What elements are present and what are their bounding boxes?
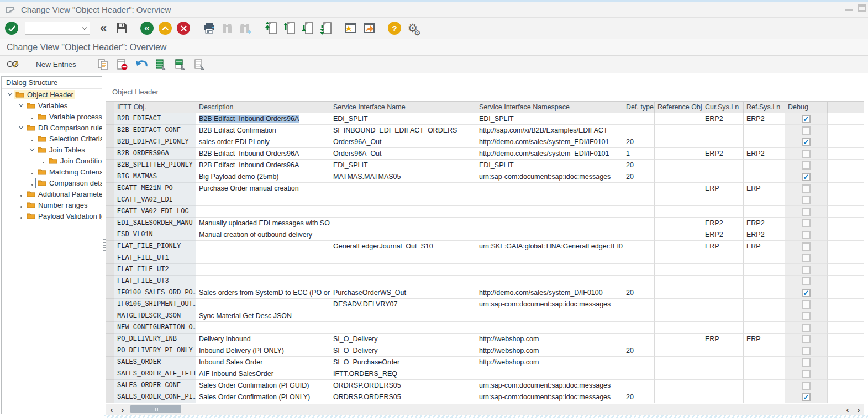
cell-desc[interactable]: AIF Inbound SalesOrder <box>196 368 330 380</box>
cell-desc[interactable]: Sales Order Confirmation (PI GUID) <box>196 380 330 391</box>
cell-def_type[interactable] <box>623 264 655 276</box>
cell-ref_obj[interactable] <box>655 194 702 206</box>
cell-ref_obj[interactable] <box>655 264 702 276</box>
cell-si_name[interactable]: ORDRSP.ORDERS05 <box>330 380 476 391</box>
enter-button[interactable] <box>4 21 19 35</box>
checkbox-unchecked-icon[interactable] <box>802 184 811 193</box>
column-header[interactable]: Debug <box>785 101 828 113</box>
cell-obj[interactable]: ECATT_VA02_EDI <box>114 194 196 206</box>
cell-ref[interactable] <box>744 194 785 206</box>
cell-def_type[interactable] <box>623 229 655 241</box>
cell-cur[interactable] <box>702 380 744 391</box>
cell-desc[interactable]: B2B Edifact Inbound Orders96A <box>196 113 330 125</box>
cell-ref_obj[interactable] <box>655 380 702 391</box>
help-button[interactable]: ? <box>387 21 402 35</box>
cell-desc[interactable] <box>196 206 330 218</box>
checkbox-unchecked-icon[interactable] <box>802 347 811 355</box>
cell-si_name[interactable]: Orders96A_Out <box>330 148 476 160</box>
cell-desc[interactable]: Sales orders from SystemD to ECC (PO onl… <box>196 287 330 299</box>
cell-ref[interactable]: ERP <box>744 183 785 194</box>
debug-checkbox[interactable] <box>785 148 828 160</box>
debug-checkbox[interactable] <box>785 310 828 322</box>
debug-checkbox[interactable] <box>785 183 828 194</box>
cell-obj[interactable]: ESD_VL01N <box>114 229 196 241</box>
cell-ref_obj[interactable] <box>655 148 702 160</box>
debug-checkbox[interactable] <box>785 229 828 241</box>
cell-ref[interactable]: ERP2 <box>744 113 785 125</box>
cell-cur[interactable] <box>702 368 744 380</box>
row-selector[interactable] <box>106 183 114 194</box>
cell-si_name[interactable]: SI_O_Delivery <box>330 345 476 357</box>
cell-si_ns[interactable]: urn:SKF:GAIA:global:TINA:GeneralLedger:I… <box>476 241 623 252</box>
next-page-button[interactable] <box>300 21 314 35</box>
cell-ref[interactable] <box>744 380 785 391</box>
cell-def_type[interactable] <box>623 183 655 194</box>
cell-desc[interactable]: Big Payload demo (25mb) <box>196 171 330 183</box>
debug-checkbox[interactable] <box>785 380 828 391</box>
cell-obj[interactable]: NEW_CONFIGURATION_O… <box>114 322 196 334</box>
cell-ref[interactable] <box>744 276 785 287</box>
checkbox-checked-icon[interactable]: ✓ <box>802 138 811 146</box>
cell-def_type[interactable]: 1 <box>623 148 655 160</box>
cell-def_type[interactable] <box>623 241 655 252</box>
cell-obj[interactable]: ECATT_ME21N_PO <box>114 183 196 194</box>
tree-item[interactable]: Payload Validation Ig <box>2 210 102 221</box>
cell-def_type[interactable]: 20 <box>623 287 655 299</box>
cell-si_name[interactable]: SI_O_PurchaseOrder <box>330 357 476 368</box>
cell-cur[interactable] <box>702 276 744 287</box>
cell-ref[interactable] <box>744 345 785 357</box>
cell-ref_obj[interactable] <box>655 171 702 183</box>
minimize-button[interactable] <box>845 4 853 11</box>
splitter-grip-icon[interactable] <box>103 239 106 253</box>
cell-si_name[interactable] <box>330 194 476 206</box>
debug-checkbox[interactable]: ✓ <box>785 287 828 299</box>
exit-button[interactable] <box>158 21 172 35</box>
cell-si_ns[interactable]: http://webshop.com <box>476 345 623 357</box>
cell-obj[interactable]: IF0100_SALES_ORD_PO… <box>114 287 196 299</box>
row-selector[interactable] <box>106 276 114 287</box>
cancel-button[interactable] <box>176 21 191 35</box>
cell-obj[interactable]: ECATT_VA02_EDI_LOC <box>114 206 196 218</box>
cell-ref[interactable] <box>744 391 785 403</box>
cell-desc[interactable] <box>196 264 330 276</box>
cell-ref[interactable] <box>744 264 785 276</box>
cell-si_ns[interactable]: http://sap.com/xi/B2B/Examples/EDIFACT <box>476 125 623 136</box>
cell-cur[interactable] <box>702 252 744 264</box>
cell-si_name[interactable]: EDI_SPLIT <box>330 113 476 125</box>
cell-desc[interactable]: Sales Order Confirmation (PI ONLY) <box>196 391 330 403</box>
cell-obj[interactable]: FLAT_FILE_PIONLY <box>114 241 196 252</box>
row-selector[interactable] <box>106 171 114 183</box>
row-selector[interactable] <box>106 241 114 252</box>
checkbox-unchecked-icon[interactable] <box>802 231 811 239</box>
cell-obj[interactable]: SALES_ORDER_CONF_PI… <box>114 391 196 403</box>
cell-def_type[interactable] <box>623 380 655 391</box>
cell-obj[interactable]: B2B_EDIFACT_CONF <box>114 125 196 136</box>
cell-ref_obj[interactable] <box>655 287 702 299</box>
cell-obj[interactable]: SALES_ORDER_CONF <box>114 380 196 391</box>
cell-ref_obj[interactable] <box>655 345 702 357</box>
column-header[interactable]: Def. type <box>623 101 655 113</box>
column-header[interactable]: Cur.Sys.Ln <box>702 101 744 113</box>
row-selector[interactable] <box>106 264 114 276</box>
cell-ref_obj[interactable] <box>655 206 702 218</box>
tree-item[interactable]: Selection Criteria <box>2 133 102 144</box>
maximize-button[interactable] <box>858 4 866 12</box>
scroll-left-end-button[interactable]: ‹ <box>842 404 853 415</box>
back-button[interactable]: « <box>140 21 154 35</box>
cell-ref[interactable]: ERP2 <box>744 218 785 229</box>
cell-cur[interactable] <box>702 310 744 322</box>
cell-si_name[interactable]: Orders96A_Out <box>330 136 476 148</box>
cell-def_type[interactable]: 20 <box>623 160 655 171</box>
tree-expander-icon[interactable] <box>17 124 25 132</box>
cell-si_ns[interactable] <box>476 276 623 287</box>
cell-desc[interactable]: B2B Edifact Inbound Orders96A <box>196 148 330 160</box>
cell-def_type[interactable] <box>623 299 655 310</box>
cell-ref_obj[interactable] <box>655 125 702 136</box>
cell-desc[interactable]: Manual creation of outbound delivery <box>196 229 330 241</box>
row-selector[interactable] <box>106 252 114 264</box>
cell-desc[interactable]: Inbound Delivery (PI ONLY) <box>196 345 330 357</box>
debug-checkbox[interactable] <box>785 334 828 345</box>
checkbox-unchecked-icon[interactable] <box>802 382 811 390</box>
cell-obj[interactable]: B2B_SPLITTER_PIONLY <box>114 160 196 171</box>
previous-page-button[interactable] <box>282 21 296 35</box>
